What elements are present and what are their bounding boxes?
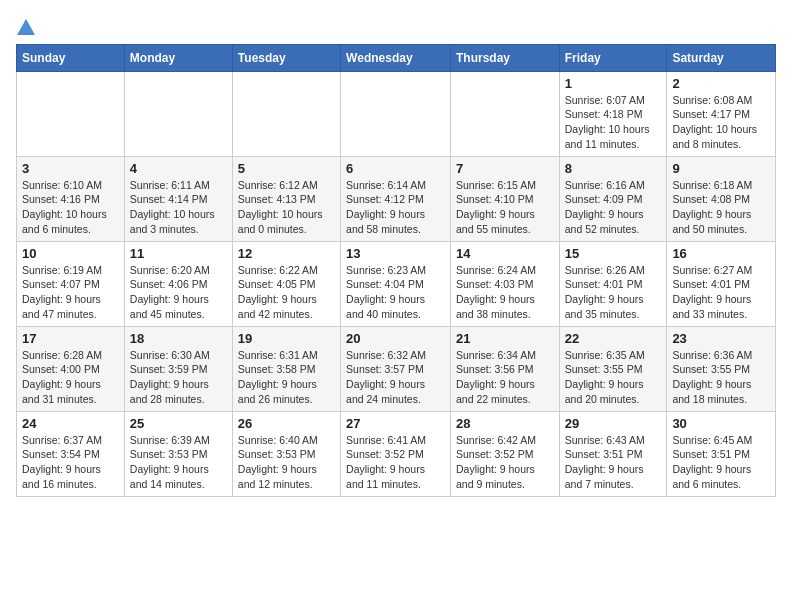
calendar-cell: 26Sunrise: 6:40 AM Sunset: 3:53 PM Dayli…	[232, 411, 340, 496]
calendar-cell: 19Sunrise: 6:31 AM Sunset: 3:58 PM Dayli…	[232, 326, 340, 411]
calendar-week-row: 10Sunrise: 6:19 AM Sunset: 4:07 PM Dayli…	[17, 241, 776, 326]
day-info: Sunrise: 6:40 AM Sunset: 3:53 PM Dayligh…	[238, 433, 335, 492]
weekday-header: Wednesday	[341, 44, 451, 71]
day-number: 3	[22, 161, 119, 176]
weekday-header: Monday	[124, 44, 232, 71]
weekday-header: Sunday	[17, 44, 125, 71]
day-info: Sunrise: 6:12 AM Sunset: 4:13 PM Dayligh…	[238, 178, 335, 237]
calendar-cell: 17Sunrise: 6:28 AM Sunset: 4:00 PM Dayli…	[17, 326, 125, 411]
day-number: 27	[346, 416, 445, 431]
day-number: 13	[346, 246, 445, 261]
calendar-cell: 29Sunrise: 6:43 AM Sunset: 3:51 PM Dayli…	[559, 411, 667, 496]
day-number: 26	[238, 416, 335, 431]
day-info: Sunrise: 6:37 AM Sunset: 3:54 PM Dayligh…	[22, 433, 119, 492]
calendar-week-row: 3Sunrise: 6:10 AM Sunset: 4:16 PM Daylig…	[17, 156, 776, 241]
day-info: Sunrise: 6:18 AM Sunset: 4:08 PM Dayligh…	[672, 178, 770, 237]
day-info: Sunrise: 6:45 AM Sunset: 3:51 PM Dayligh…	[672, 433, 770, 492]
calendar-cell: 30Sunrise: 6:45 AM Sunset: 3:51 PM Dayli…	[667, 411, 776, 496]
calendar-cell: 7Sunrise: 6:15 AM Sunset: 4:10 PM Daylig…	[450, 156, 559, 241]
day-info: Sunrise: 6:22 AM Sunset: 4:05 PM Dayligh…	[238, 263, 335, 322]
day-info: Sunrise: 6:11 AM Sunset: 4:14 PM Dayligh…	[130, 178, 227, 237]
day-info: Sunrise: 6:42 AM Sunset: 3:52 PM Dayligh…	[456, 433, 554, 492]
day-number: 8	[565, 161, 662, 176]
day-number: 18	[130, 331, 227, 346]
day-number: 9	[672, 161, 770, 176]
day-info: Sunrise: 6:16 AM Sunset: 4:09 PM Dayligh…	[565, 178, 662, 237]
calendar-cell: 9Sunrise: 6:18 AM Sunset: 4:08 PM Daylig…	[667, 156, 776, 241]
calendar-week-row: 1Sunrise: 6:07 AM Sunset: 4:18 PM Daylig…	[17, 71, 776, 156]
day-number: 5	[238, 161, 335, 176]
calendar-cell: 23Sunrise: 6:36 AM Sunset: 3:55 PM Dayli…	[667, 326, 776, 411]
calendar-cell: 13Sunrise: 6:23 AM Sunset: 4:04 PM Dayli…	[341, 241, 451, 326]
day-number: 2	[672, 76, 770, 91]
calendar-cell: 10Sunrise: 6:19 AM Sunset: 4:07 PM Dayli…	[17, 241, 125, 326]
day-number: 10	[22, 246, 119, 261]
calendar-week-row: 17Sunrise: 6:28 AM Sunset: 4:00 PM Dayli…	[17, 326, 776, 411]
calendar-cell: 4Sunrise: 6:11 AM Sunset: 4:14 PM Daylig…	[124, 156, 232, 241]
calendar-cell: 28Sunrise: 6:42 AM Sunset: 3:52 PM Dayli…	[450, 411, 559, 496]
day-number: 23	[672, 331, 770, 346]
calendar-cell: 2Sunrise: 6:08 AM Sunset: 4:17 PM Daylig…	[667, 71, 776, 156]
day-number: 30	[672, 416, 770, 431]
day-info: Sunrise: 6:30 AM Sunset: 3:59 PM Dayligh…	[130, 348, 227, 407]
day-number: 11	[130, 246, 227, 261]
calendar-cell	[341, 71, 451, 156]
day-number: 6	[346, 161, 445, 176]
calendar-cell	[17, 71, 125, 156]
calendar-cell: 18Sunrise: 6:30 AM Sunset: 3:59 PM Dayli…	[124, 326, 232, 411]
day-info: Sunrise: 6:07 AM Sunset: 4:18 PM Dayligh…	[565, 93, 662, 152]
day-number: 29	[565, 416, 662, 431]
calendar-cell: 21Sunrise: 6:34 AM Sunset: 3:56 PM Dayli…	[450, 326, 559, 411]
calendar-cell: 20Sunrise: 6:32 AM Sunset: 3:57 PM Dayli…	[341, 326, 451, 411]
day-number: 28	[456, 416, 554, 431]
calendar-cell	[232, 71, 340, 156]
day-info: Sunrise: 6:43 AM Sunset: 3:51 PM Dayligh…	[565, 433, 662, 492]
day-info: Sunrise: 6:23 AM Sunset: 4:04 PM Dayligh…	[346, 263, 445, 322]
day-number: 22	[565, 331, 662, 346]
day-info: Sunrise: 6:39 AM Sunset: 3:53 PM Dayligh…	[130, 433, 227, 492]
day-number: 15	[565, 246, 662, 261]
day-number: 21	[456, 331, 554, 346]
day-info: Sunrise: 6:24 AM Sunset: 4:03 PM Dayligh…	[456, 263, 554, 322]
day-info: Sunrise: 6:34 AM Sunset: 3:56 PM Dayligh…	[456, 348, 554, 407]
calendar-cell: 5Sunrise: 6:12 AM Sunset: 4:13 PM Daylig…	[232, 156, 340, 241]
day-number: 19	[238, 331, 335, 346]
calendar-header-row: SundayMondayTuesdayWednesdayThursdayFrid…	[17, 44, 776, 71]
day-number: 20	[346, 331, 445, 346]
svg-marker-0	[17, 18, 35, 34]
calendar-table: SundayMondayTuesdayWednesdayThursdayFrid…	[16, 44, 776, 497]
calendar-cell: 8Sunrise: 6:16 AM Sunset: 4:09 PM Daylig…	[559, 156, 667, 241]
day-number: 7	[456, 161, 554, 176]
day-info: Sunrise: 6:36 AM Sunset: 3:55 PM Dayligh…	[672, 348, 770, 407]
calendar-cell: 16Sunrise: 6:27 AM Sunset: 4:01 PM Dayli…	[667, 241, 776, 326]
calendar-cell: 11Sunrise: 6:20 AM Sunset: 4:06 PM Dayli…	[124, 241, 232, 326]
calendar-cell: 24Sunrise: 6:37 AM Sunset: 3:54 PM Dayli…	[17, 411, 125, 496]
calendar-cell: 14Sunrise: 6:24 AM Sunset: 4:03 PM Dayli…	[450, 241, 559, 326]
logo-text	[16, 16, 35, 36]
day-info: Sunrise: 6:14 AM Sunset: 4:12 PM Dayligh…	[346, 178, 445, 237]
calendar-cell: 22Sunrise: 6:35 AM Sunset: 3:55 PM Dayli…	[559, 326, 667, 411]
calendar-cell	[450, 71, 559, 156]
day-info: Sunrise: 6:15 AM Sunset: 4:10 PM Dayligh…	[456, 178, 554, 237]
day-info: Sunrise: 6:31 AM Sunset: 3:58 PM Dayligh…	[238, 348, 335, 407]
calendar-cell	[124, 71, 232, 156]
day-info: Sunrise: 6:10 AM Sunset: 4:16 PM Dayligh…	[22, 178, 119, 237]
day-number: 16	[672, 246, 770, 261]
day-number: 1	[565, 76, 662, 91]
calendar-cell: 15Sunrise: 6:26 AM Sunset: 4:01 PM Dayli…	[559, 241, 667, 326]
day-info: Sunrise: 6:32 AM Sunset: 3:57 PM Dayligh…	[346, 348, 445, 407]
calendar-cell: 12Sunrise: 6:22 AM Sunset: 4:05 PM Dayli…	[232, 241, 340, 326]
day-info: Sunrise: 6:27 AM Sunset: 4:01 PM Dayligh…	[672, 263, 770, 322]
weekday-header: Thursday	[450, 44, 559, 71]
day-info: Sunrise: 6:26 AM Sunset: 4:01 PM Dayligh…	[565, 263, 662, 322]
day-number: 25	[130, 416, 227, 431]
page-header	[16, 16, 776, 34]
day-number: 4	[130, 161, 227, 176]
weekday-header: Saturday	[667, 44, 776, 71]
calendar-cell: 1Sunrise: 6:07 AM Sunset: 4:18 PM Daylig…	[559, 71, 667, 156]
day-info: Sunrise: 6:28 AM Sunset: 4:00 PM Dayligh…	[22, 348, 119, 407]
day-info: Sunrise: 6:35 AM Sunset: 3:55 PM Dayligh…	[565, 348, 662, 407]
calendar-cell: 3Sunrise: 6:10 AM Sunset: 4:16 PM Daylig…	[17, 156, 125, 241]
calendar-cell: 27Sunrise: 6:41 AM Sunset: 3:52 PM Dayli…	[341, 411, 451, 496]
day-number: 12	[238, 246, 335, 261]
